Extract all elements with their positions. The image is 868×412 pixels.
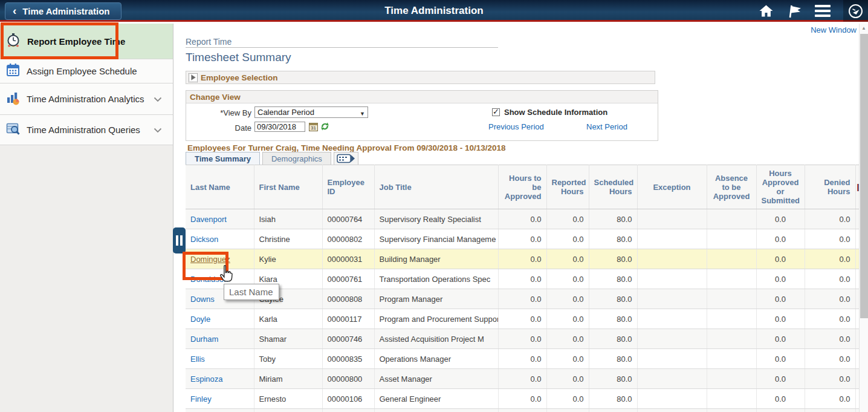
- top-header: ‹ Time Administration Time Administratio…: [0, 0, 868, 22]
- sidebar-item-time-administration-queries[interactable]: Time Administration Queries: [0, 115, 173, 145]
- previous-period-link[interactable]: Previous Period: [488, 122, 544, 131]
- table-row: DicksonChristine00000802Supervisory Fina…: [186, 229, 859, 249]
- change-view-groupbox: Change View *View By Calendar Period ▼ D…: [186, 90, 658, 141]
- cell-exception: [637, 289, 707, 309]
- home-icon[interactable]: [758, 3, 774, 19]
- sidebar-item-report-employee-time[interactable]: Report Employee Time: [0, 24, 173, 59]
- stopwatch-icon: [6, 33, 21, 50]
- cell-exception: [637, 269, 707, 289]
- show-all-columns-icon: [337, 154, 355, 163]
- last-name-link[interactable]: Doyle: [190, 315, 210, 324]
- date-label: Date: [186, 123, 251, 132]
- sidebar-item-time-administration-analytics[interactable]: Time Administration Analytics: [0, 83, 173, 115]
- cell-job-title: Assisted Acquisition Project M: [374, 329, 498, 349]
- last-name-link[interactable]: Donaldson: [190, 275, 228, 284]
- cell-job-title: Program and Procurement Suppor: [374, 309, 498, 329]
- cell-absence-to-be-approved: [707, 329, 756, 349]
- cell-denied-hours: 0.0: [805, 309, 855, 329]
- column-header-employee-id[interactable]: Employee ID: [322, 165, 374, 209]
- last-name-link[interactable]: Downs: [190, 295, 215, 304]
- cell-first-name: Ernesto: [254, 389, 322, 409]
- sidebar-collapse-handle[interactable]: [173, 227, 186, 253]
- select-dropdown-arrow-icon: ▼: [360, 109, 365, 119]
- query-search-icon: [6, 122, 20, 138]
- vertical-scrollbar[interactable]: ▲: [859, 24, 868, 412]
- table-row: DurhamShamar00000746Assisted Acquisition…: [186, 329, 859, 349]
- grid-tab-bar: Time Summary Demographics: [186, 152, 358, 165]
- cell-first-name: Toby: [254, 349, 322, 369]
- column-header-hours-approved-or-submitted[interactable]: Hours Approved or Submitted: [756, 165, 805, 209]
- sidebar-item-assign-employee-schedule[interactable]: Assign Employee Schedule: [0, 59, 173, 83]
- column-header-denied-hours[interactable]: Denied Hours: [805, 165, 855, 209]
- cell-employee-id: 00000808: [322, 289, 374, 309]
- cell-last-name[interactable]: Finley: [186, 389, 254, 409]
- tab-demographics[interactable]: Demographics: [262, 152, 331, 165]
- column-header-reported-hours[interactable]: Reported Hours: [546, 165, 589, 209]
- cell-last-name[interactable]: Dickson: [186, 229, 254, 249]
- cell-exception: [637, 309, 707, 329]
- cell-scheduled-hours: 80.0: [589, 289, 637, 309]
- last-name-link[interactable]: Davenport: [190, 215, 227, 224]
- cell-last-name[interactable]: Ellis: [186, 349, 254, 369]
- cell-job-title: Asset Manager: [374, 369, 498, 389]
- scrollbar-up-arrow[interactable]: ▲: [860, 24, 868, 33]
- column-header-scheduled-hours[interactable]: Scheduled Hours: [589, 165, 637, 209]
- cell-job-title: Program Manager: [374, 289, 498, 309]
- refresh-icon[interactable]: [320, 122, 329, 131]
- scrollbar-thumb[interactable]: [860, 34, 868, 318]
- tab-time-summary[interactable]: Time Summary: [186, 152, 260, 165]
- cell-absence-to-be-approved: [707, 289, 756, 309]
- cell-employee-id: 00000106: [322, 389, 374, 409]
- cell-employee-id: 00000117: [322, 309, 374, 329]
- cell-reported-hours: 0.0: [546, 309, 589, 329]
- new-window-link[interactable]: New Window: [811, 25, 857, 34]
- sidebar-item-label: Time Administration Analytics: [27, 94, 144, 104]
- column-header-first-name[interactable]: First Name: [254, 165, 322, 209]
- cell-scheduled-hours: 80.0: [589, 329, 637, 349]
- cell-scheduled-hours: 80.0: [589, 369, 637, 389]
- view-by-select[interactable]: Calendar Period ▼: [254, 106, 368, 118]
- flag-icon[interactable]: [786, 3, 802, 19]
- breadcrumb-divider: [186, 47, 498, 48]
- cell-hours-to-be-approved: 0.0: [498, 289, 546, 309]
- cell-denied-hours: 0.0: [805, 349, 855, 369]
- last-name-link[interactable]: Durham: [190, 335, 218, 344]
- cell-scheduled-hours: 80.0: [589, 229, 637, 249]
- cell-reported-hours: 0.0: [546, 369, 589, 389]
- show-schedule-checkbox[interactable]: [492, 108, 500, 116]
- chevron-left-icon: ‹: [13, 5, 16, 16]
- cell-absence-to-be-approved: [707, 229, 756, 249]
- column-header-last-name[interactable]: Last Name: [186, 165, 254, 209]
- cell-hours-approved-or-submitted: 0.0: [756, 249, 805, 269]
- last-name-link[interactable]: Ellis: [190, 355, 205, 364]
- cell-last-name[interactable]: Davenport: [186, 209, 254, 229]
- last-name-link[interactable]: Dominguez: [190, 255, 230, 264]
- last-name-link[interactable]: Espinoza: [190, 374, 222, 384]
- hamburger-menu-icon[interactable]: [815, 3, 831, 19]
- tooltip: Last Name: [224, 284, 279, 300]
- cell-last-name[interactable]: Doyle: [186, 309, 254, 329]
- cell-job-title: Building Manager: [374, 249, 498, 269]
- column-header-exception[interactable]: Exception: [637, 165, 707, 209]
- column-header-absence-to-be-approved[interactable]: Absence to be Approved: [707, 165, 756, 209]
- next-period-link[interactable]: Next Period: [586, 122, 627, 131]
- employee-selection-title: Employee Selection: [201, 73, 278, 82]
- back-button[interactable]: ‹ Time Administration: [5, 2, 121, 20]
- last-name-link[interactable]: Dickson: [190, 235, 218, 244]
- sidebar-item-label: Report Employee Time: [27, 36, 125, 47]
- last-name-link[interactable]: Finley: [190, 394, 212, 404]
- calendar-picker-icon[interactable]: 31: [309, 122, 318, 131]
- navbar-compass-icon[interactable]: [843, 0, 868, 22]
- column-header-hours-to-be-approved[interactable]: Hours to be Approved: [498, 165, 546, 209]
- show-all-columns-button[interactable]: [334, 152, 358, 165]
- cell-last-name[interactable]: Durham: [186, 329, 254, 349]
- expand-arrow-icon: [191, 74, 196, 80]
- cell-last-name[interactable]: Espinoza: [186, 369, 254, 389]
- expand-section-button[interactable]: [189, 73, 198, 82]
- view-by-value: Calendar Period: [257, 108, 314, 117]
- cell-last-name[interactable]: Dominguez: [186, 249, 254, 269]
- cell-hours-approved-or-submitted: 0.0: [756, 389, 805, 409]
- date-input[interactable]: [254, 122, 305, 132]
- cell-first-name: Christine: [254, 229, 322, 249]
- column-header-job-title[interactable]: Job Title: [374, 165, 498, 209]
